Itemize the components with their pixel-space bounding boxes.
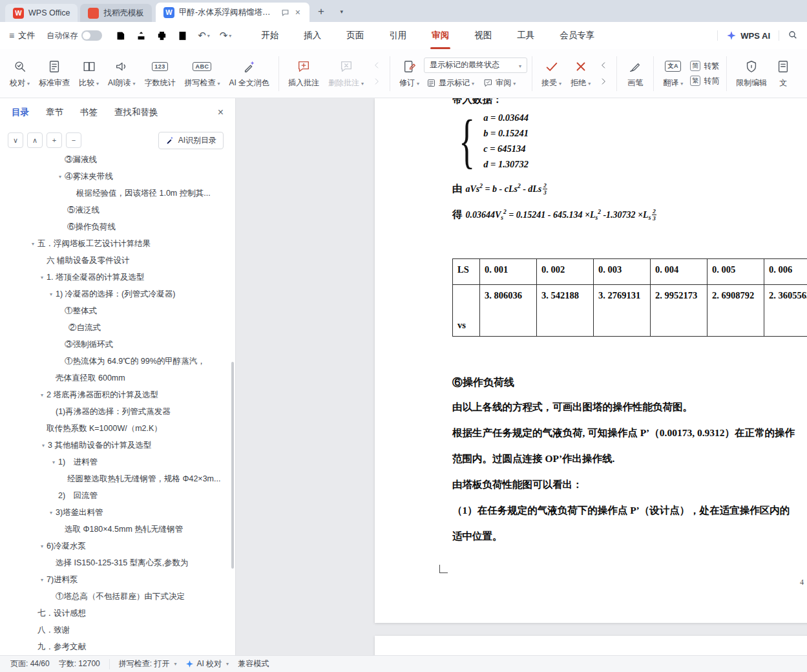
- expand-triangle-icon[interactable]: [37, 577, 47, 583]
- save-button[interactable]: [115, 30, 126, 41]
- toc-item[interactable]: 八．致谢: [0, 622, 235, 638]
- expand-triangle-icon[interactable]: [37, 275, 47, 280]
- toc-item[interactable]: 2) 回流管: [0, 487, 235, 504]
- expand-triangle-icon[interactable]: [47, 291, 56, 297]
- insert-comment-button[interactable]: 插入批注: [284, 56, 324, 92]
- tab-docer-templates[interactable]: 找稻壳模板: [80, 4, 152, 22]
- word-count-indicator[interactable]: 字数: 12700: [59, 658, 100, 669]
- toc-item[interactable]: 选取 Φ180×4.5mm 热轧无缝钢管: [0, 521, 235, 538]
- to-simplified-button[interactable]: 繁 转简: [690, 76, 719, 87]
- toc-item[interactable]: ③漏液线: [0, 151, 235, 168]
- toc-item[interactable]: 3 其他辅助设备的计算及选型: [0, 437, 235, 454]
- toc-item[interactable]: 3)塔釜出料管: [0, 504, 235, 521]
- toc-item[interactable]: 选择 IS150-125-315 型离心泵,参数为: [0, 554, 235, 571]
- toc-item[interactable]: 七．设计感想: [0, 605, 235, 622]
- ai-polish-button[interactable]: AI 全文润色: [224, 56, 274, 92]
- toc-item[interactable]: 六 辅助设备及零件设计: [0, 252, 235, 269]
- markup-state-select[interactable]: 显示标记的最终状态: [424, 58, 527, 73]
- menu-item[interactable]: 页面: [345, 22, 365, 49]
- close-sidebar-button[interactable]: ×: [218, 107, 224, 118]
- document-permission-button[interactable]: 文: [771, 56, 795, 92]
- ai-read-button[interactable]: AI朗读: [103, 56, 140, 92]
- word-count-button[interactable]: 123 字数统计: [140, 56, 180, 92]
- spell-check-button[interactable]: ABC 拼写检查: [180, 56, 224, 92]
- tab-active-document[interactable]: W 甲醇-水体系浮阀精馏塔的设计 ×: [156, 3, 309, 22]
- toc-item[interactable]: ①塔总高（不包括群座）由下式决定: [0, 588, 235, 605]
- sidebar-scrollbar[interactable]: [231, 362, 234, 569]
- review-pane-button[interactable]: 审阅: [481, 76, 518, 90]
- redo-button[interactable]: ↷: [220, 30, 232, 41]
- compare-button[interactable]: 比较: [74, 56, 103, 92]
- print-preview-button[interactable]: [177, 30, 188, 41]
- toc-item[interactable]: 7)进料泵: [0, 571, 235, 588]
- expand-triangle-icon[interactable]: [49, 459, 58, 465]
- zoom-in-button[interactable]: +: [47, 132, 62, 148]
- expand-triangle-icon[interactable]: [56, 174, 65, 180]
- toc-item[interactable]: (1)再沸器的选择：列管式蒸发器: [0, 403, 235, 420]
- toc-item[interactable]: 1) 冷凝器的选择：(列管式冷凝器): [0, 286, 235, 302]
- search-icon[interactable]: [788, 30, 798, 42]
- toc-item[interactable]: 取传热系数 K=1000W/（m2.K）: [0, 420, 235, 437]
- ai-recognize-toc-button[interactable]: AI识别目录: [158, 132, 224, 149]
- toc-item[interactable]: 壳体直径取 600mm: [0, 370, 235, 386]
- new-tab-button[interactable]: [313, 4, 329, 19]
- toc-item[interactable]: ①热流体为 64.9℃的 99%的甲醇蒸汽，: [0, 353, 235, 370]
- translate-button[interactable]: 文A 翻译: [658, 56, 687, 92]
- autosave-toggle[interactable]: [81, 30, 102, 41]
- toc-item[interactable]: 五．浮阀塔板工艺设计计算结果: [0, 235, 235, 252]
- close-tab-button[interactable]: ×: [294, 7, 302, 17]
- toc-item[interactable]: 九．参考文献: [0, 638, 235, 655]
- export-button[interactable]: [136, 30, 147, 41]
- toc-item[interactable]: 6)冷凝水泵: [0, 538, 235, 554]
- standard-review-button[interactable]: 标准审查: [34, 56, 74, 92]
- previous-change-button[interactable]: [596, 59, 611, 72]
- toc-item[interactable]: 根据经验值，因该塔径 1.0m 控制其...: [0, 185, 235, 202]
- sidebar-tab-bookmarks[interactable]: 书签: [80, 107, 98, 118]
- page-indicator[interactable]: 页面: 44/60: [10, 658, 50, 669]
- zoom-out-button[interactable]: −: [66, 132, 81, 148]
- toc-item[interactable]: ⑤液泛线: [0, 202, 235, 218]
- menu-item[interactable]: 插入: [302, 22, 322, 49]
- reject-change-button[interactable]: 拒绝: [566, 56, 595, 92]
- toc-item[interactable]: ③强制循环式: [0, 336, 235, 353]
- show-markup-button[interactable]: 显示标记: [424, 76, 477, 90]
- toc-item[interactable]: ⑥操作负荷线: [0, 218, 235, 235]
- sidebar-tab-find-replace[interactable]: 查找和替换: [114, 107, 158, 118]
- menu-item[interactable]: 开始: [260, 22, 280, 49]
- menu-item[interactable]: 审阅: [430, 22, 450, 49]
- toc-item[interactable]: ④雾沫夹带线: [0, 168, 235, 185]
- proofread-button[interactable]: 校对: [5, 56, 34, 92]
- next-document-page[interactable]: [375, 636, 807, 655]
- file-menu-button[interactable]: ≡ 文件: [9, 30, 35, 41]
- expand-triangle-icon[interactable]: [37, 392, 47, 398]
- comment-bubble-icon[interactable]: [281, 8, 289, 17]
- expand-triangle-icon[interactable]: [39, 443, 48, 448]
- next-change-button[interactable]: [596, 75, 611, 88]
- to-traditional-button[interactable]: 简 转繁: [690, 61, 719, 72]
- sidebar-tab-chapters[interactable]: 章节: [46, 107, 63, 118]
- toc-item[interactable]: 经圆整选取热轧无缝钢管，规格 Φ42×3m...: [0, 470, 235, 487]
- toc-item[interactable]: ②自流式: [0, 319, 235, 336]
- expand-triangle-icon[interactable]: [47, 510, 56, 516]
- print-button[interactable]: [156, 30, 167, 41]
- collapse-all-button[interactable]: ∧: [27, 132, 43, 148]
- expand-triangle-icon[interactable]: [28, 241, 37, 247]
- toc-item[interactable]: 1. 塔顶全凝器的计算及选型: [0, 269, 235, 286]
- ai-proofread-status[interactable]: AI 校对: [185, 658, 229, 669]
- toc-item[interactable]: 2 塔底再沸器面积的计算及选型: [0, 386, 235, 403]
- menu-item[interactable]: 视图: [473, 22, 493, 49]
- menu-item[interactable]: 会员专享: [558, 22, 596, 49]
- track-changes-button[interactable]: 修订: [395, 56, 424, 92]
- undo-button[interactable]: ↶: [198, 30, 210, 41]
- sidebar-tab-contents[interactable]: 目录: [12, 107, 29, 118]
- document-page[interactable]: 带入数据： a = 0.03644b = 0.15241c = 645134d …: [375, 98, 807, 623]
- wps-ai-button[interactable]: WPS AI: [726, 30, 770, 41]
- accept-change-button[interactable]: 接受: [537, 56, 566, 92]
- tab-wps-office[interactable]: W WPS Office: [5, 4, 78, 22]
- restrict-editing-button[interactable]: 限制编辑: [731, 56, 771, 92]
- expand-all-button[interactable]: ∨: [8, 132, 23, 148]
- ink-brush-button[interactable]: 画笔: [622, 56, 649, 92]
- spellcheck-status[interactable]: 拼写检查: 打开: [119, 658, 177, 669]
- tab-list-button[interactable]: [334, 4, 350, 19]
- menu-item[interactable]: 引用: [388, 22, 408, 49]
